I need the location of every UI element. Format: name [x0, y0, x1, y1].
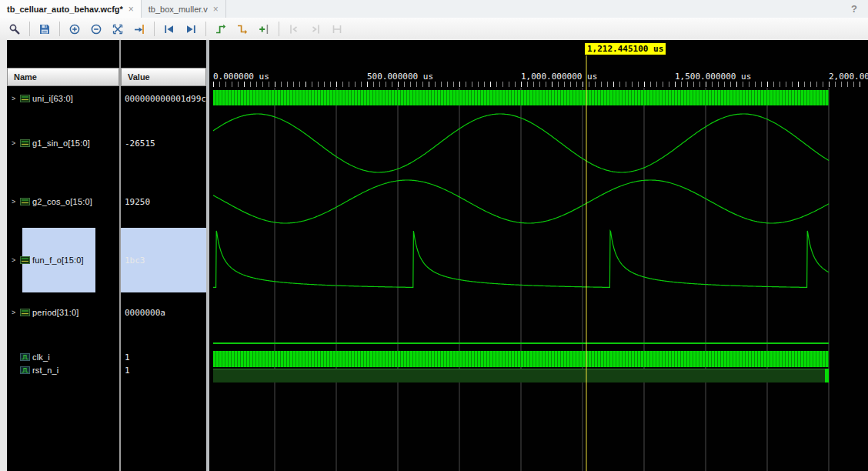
swap-cursors-button — [327, 20, 347, 38]
marker-prev-icon — [288, 23, 300, 35]
signal-value-fun_f_o[interactable]: 1bc3 — [121, 253, 206, 267]
time-ruler-label: 1,000.000000 us — [521, 72, 597, 82]
signal-row-g2_cos_o[interactable]: >g2_cos_o[15:0] — [7, 195, 119, 209]
signal-value-uni_i[interactable]: 000000000001d99c — [121, 92, 206, 105]
tab-box-muller[interactable]: tb_box_muller.v × — [142, 0, 226, 18]
zoom-cursor-icon — [133, 23, 145, 35]
signal-value-label: 1 — [125, 366, 130, 376]
bit-signal-icon — [20, 366, 32, 374]
waveform-canvas[interactable] — [209, 40, 868, 471]
signal-name-label: period[31:0] — [32, 308, 79, 317]
time-ruler-label: 1,500.000000 us — [675, 72, 751, 82]
signal-row-rst_n_i[interactable]: rst_n_i — [7, 363, 119, 377]
signal-value-label: 1 — [125, 352, 130, 362]
toolbar-separator — [29, 22, 30, 36]
signal-value-label: 19250 — [125, 197, 150, 207]
waveform-viewer-window: tb_celluar_auto_behav.wcfg* × tb_box_mul… — [0, 0, 868, 471]
signal-value-panel: Value 000000000001d99c-26515192501bc3000… — [121, 40, 206, 471]
signal-name-label: g1_sin_o[15:0] — [32, 139, 90, 148]
next-marker-button — [305, 20, 326, 38]
goto-previous-edge-button[interactable] — [211, 20, 231, 38]
wave-toolbar — [0, 18, 868, 41]
help-icon[interactable]: ? — [840, 0, 868, 18]
swap-icon — [331, 23, 343, 35]
toolbar-separator — [59, 22, 60, 36]
previous-marker-button — [284, 20, 304, 38]
signal-value-label: 1bc3 — [125, 256, 145, 266]
tab-label: tb_celluar_auto_behav.wcfg* — [7, 5, 123, 14]
tab-label: tb_box_muller.v — [149, 5, 208, 14]
signal-row-g1_sin_o[interactable]: >g1_sin_o[15:0] — [7, 136, 119, 150]
toolbar-separator — [154, 22, 155, 36]
bus-signal-icon — [20, 309, 32, 316]
waveform-area[interactable]: 1,212.445100 us 0.000000 us500.000000 us… — [209, 40, 868, 471]
signal-value-period[interactable]: 0000000a — [121, 306, 206, 319]
expand-chevron-icon[interactable]: > — [12, 139, 20, 147]
find-button[interactable] — [5, 20, 25, 38]
zoom-fit-icon — [112, 23, 124, 35]
add-marker-icon — [258, 23, 270, 35]
toolbar-separator — [279, 22, 279, 36]
name-column-header[interactable]: Name — [7, 68, 119, 86]
bit-signal-icon — [20, 353, 32, 361]
signal-value-rst_n_i[interactable]: 1 — [121, 363, 206, 377]
zoom-out-icon — [90, 23, 102, 35]
value-header-label: Value — [128, 72, 150, 82]
zoom-fit-button[interactable] — [108, 20, 128, 38]
signal-value-g2_cos_o[interactable]: 19250 — [121, 195, 206, 209]
signal-row-clk_i[interactable]: clk_i — [7, 350, 119, 364]
save-wave-config-button[interactable] — [35, 20, 55, 38]
signal-row-period[interactable]: >period[31:0] — [7, 306, 119, 319]
tab-close-icon[interactable]: × — [129, 4, 134, 15]
zoom-in-button[interactable] — [65, 20, 85, 38]
magnifier-icon — [8, 23, 21, 35]
signal-name-label: rst_n_i — [32, 366, 58, 375]
marker-next-icon — [309, 23, 322, 35]
toolbar-separator — [205, 22, 206, 36]
bus-signal-icon — [20, 256, 32, 264]
name-header-label: Name — [14, 72, 37, 82]
time-ruler-label: 0.000000 us — [213, 72, 269, 82]
floppy-icon — [38, 23, 51, 35]
expand-chevron-icon[interactable]: > — [12, 95, 20, 102]
cursor-time-label[interactable]: 1,212.445100 us — [585, 43, 666, 55]
signal-row-uni_i[interactable]: >uni_i[63:0] — [7, 92, 119, 105]
previous-transition-button[interactable] — [159, 20, 179, 38]
tab-close-icon[interactable]: × — [213, 4, 219, 15]
add-marker-button[interactable] — [254, 20, 274, 38]
edge-up-icon — [215, 23, 227, 35]
next-transition-button[interactable] — [181, 20, 201, 38]
signal-name-label: g2_cos_o[15:0] — [32, 197, 92, 206]
bus-signal-icon — [20, 139, 32, 147]
expand-chevron-icon[interactable]: > — [12, 198, 20, 205]
signal-row-fun_f_o[interactable]: >fun_f_o[15:0] — [7, 253, 119, 267]
edge-down-icon — [236, 23, 249, 35]
signal-name-label: fun_f_o[15:0] — [32, 256, 84, 265]
tab-bar: tb_celluar_auto_behav.wcfg* × tb_box_mul… — [0, 0, 868, 18]
bus-signal-icon — [20, 198, 32, 205]
zoom-to-cursor-button[interactable] — [129, 20, 149, 38]
signal-value-clk_i[interactable]: 1 — [121, 350, 206, 364]
bus-signal-icon — [20, 95, 32, 102]
zoom-in-icon — [68, 23, 81, 35]
signal-name-label: uni_i[63:0] — [32, 94, 73, 103]
prev-icon — [163, 23, 175, 35]
signal-value-label: 0000000a — [125, 308, 165, 318]
goto-next-edge-button[interactable] — [232, 20, 252, 38]
signal-value-label: 000000000001d99c — [125, 94, 206, 104]
expand-chevron-icon[interactable]: > — [12, 309, 20, 316]
signal-value-label: -26515 — [125, 139, 155, 149]
signal-name-panel: Name >uni_i[63:0]>g1_sin_o[15:0]>g2_cos_… — [7, 40, 119, 471]
time-ruler-label: 500.000000 us — [367, 72, 433, 82]
next-icon — [185, 23, 197, 35]
time-ruler-label: 2,000.000000 us — [829, 72, 868, 82]
value-column-header[interactable]: Value — [121, 68, 206, 86]
signal-value-g1_sin_o[interactable]: -26515 — [121, 136, 206, 150]
time-ruler-ticks — [213, 82, 864, 87]
zoom-out-button[interactable] — [86, 20, 106, 38]
expand-chevron-icon[interactable]: > — [12, 256, 20, 264]
signal-name-label: clk_i — [32, 352, 50, 362]
tab-wave-config[interactable]: tb_celluar_auto_behav.wcfg* × — [0, 0, 142, 18]
